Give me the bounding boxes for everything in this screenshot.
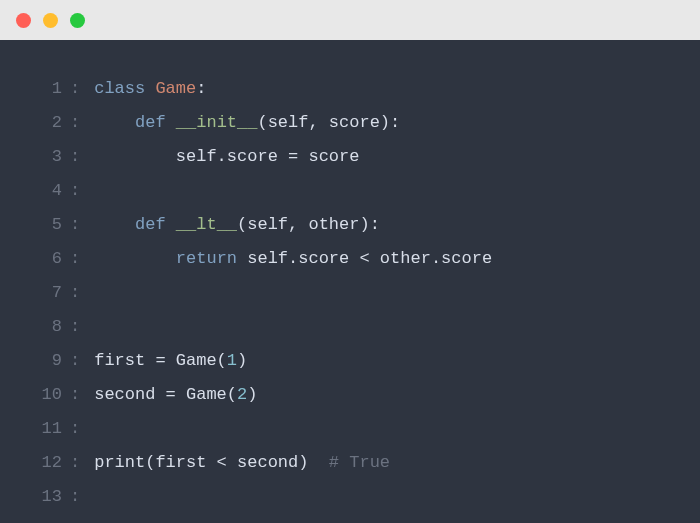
code-line: 10:second = Game(2) xyxy=(20,378,680,412)
gutter-separator: : xyxy=(70,480,94,514)
minimize-icon[interactable] xyxy=(43,13,58,28)
code-token: class xyxy=(94,79,145,98)
code-line: 3: self.score = score xyxy=(20,140,680,174)
line-number: 2 xyxy=(20,106,70,140)
gutter-separator: : xyxy=(70,174,94,208)
code-content: first = Game(1) xyxy=(94,344,247,378)
code-token: : xyxy=(196,79,206,98)
code-token xyxy=(94,249,176,268)
code-token: return xyxy=(176,249,237,268)
gutter-separator: : xyxy=(70,310,94,344)
code-line: 2: def __init__(self, score): xyxy=(20,106,680,140)
code-line: 5: def __lt__(self, other): xyxy=(20,208,680,242)
code-line: 13: xyxy=(20,480,680,514)
code-token: # True xyxy=(329,453,390,472)
line-number: 1 xyxy=(20,72,70,106)
code-token: 1 xyxy=(227,351,237,370)
code-content: def __lt__(self, other): xyxy=(94,208,380,242)
code-content: print(first < second) # True xyxy=(94,446,390,480)
line-number: 10 xyxy=(20,378,70,412)
code-content: class Game: xyxy=(94,72,206,106)
close-icon[interactable] xyxy=(16,13,31,28)
code-token: ) xyxy=(237,351,247,370)
line-number: 4 xyxy=(20,174,70,208)
code-token: 2 xyxy=(237,385,247,404)
line-number: 12 xyxy=(20,446,70,480)
gutter-separator: : xyxy=(70,344,94,378)
code-token xyxy=(94,113,135,132)
code-content: def __init__(self, score): xyxy=(94,106,400,140)
code-line: 7: xyxy=(20,276,680,310)
code-token xyxy=(166,215,176,234)
code-token xyxy=(145,79,155,98)
code-window: 1:class Game:2: def __init__(self, score… xyxy=(0,0,700,523)
code-token: __lt__ xyxy=(176,215,237,234)
code-token: print(first < second) xyxy=(94,453,329,472)
titlebar xyxy=(0,0,700,40)
code-line: 12:print(first < second) # True xyxy=(20,446,680,480)
line-number: 6 xyxy=(20,242,70,276)
code-token: self.score = score xyxy=(94,147,359,166)
gutter-separator: : xyxy=(70,446,94,480)
gutter-separator: : xyxy=(70,140,94,174)
maximize-icon[interactable] xyxy=(70,13,85,28)
code-token xyxy=(166,113,176,132)
code-line: 1:class Game: xyxy=(20,72,680,106)
gutter-separator: : xyxy=(70,412,94,446)
line-number: 7 xyxy=(20,276,70,310)
line-number: 11 xyxy=(20,412,70,446)
code-token: (self, other): xyxy=(237,215,380,234)
code-token: (self, score): xyxy=(257,113,400,132)
gutter-separator: : xyxy=(70,276,94,310)
code-token: second = Game( xyxy=(94,385,237,404)
code-content: second = Game(2) xyxy=(94,378,257,412)
code-token: __init__ xyxy=(176,113,258,132)
line-number: 8 xyxy=(20,310,70,344)
code-line: 6: return self.score < other.score xyxy=(20,242,680,276)
code-token: def xyxy=(135,215,166,234)
code-line: 4: xyxy=(20,174,680,208)
line-number: 9 xyxy=(20,344,70,378)
code-line: 11: xyxy=(20,412,680,446)
gutter-separator: : xyxy=(70,242,94,276)
code-content: self.score = score xyxy=(94,140,359,174)
code-token: first = Game( xyxy=(94,351,227,370)
line-number: 5 xyxy=(20,208,70,242)
code-token: Game xyxy=(155,79,196,98)
code-token: self.score < other.score xyxy=(237,249,492,268)
line-number: 3 xyxy=(20,140,70,174)
gutter-separator: : xyxy=(70,106,94,140)
gutter-separator: : xyxy=(70,208,94,242)
code-token: def xyxy=(135,113,166,132)
code-line: 9:first = Game(1) xyxy=(20,344,680,378)
gutter-separator: : xyxy=(70,72,94,106)
line-number: 13 xyxy=(20,480,70,514)
code-content: return self.score < other.score xyxy=(94,242,492,276)
code-token xyxy=(94,215,135,234)
code-editor[interactable]: 1:class Game:2: def __init__(self, score… xyxy=(0,40,700,523)
code-line: 8: xyxy=(20,310,680,344)
code-token: ) xyxy=(247,385,257,404)
gutter-separator: : xyxy=(70,378,94,412)
